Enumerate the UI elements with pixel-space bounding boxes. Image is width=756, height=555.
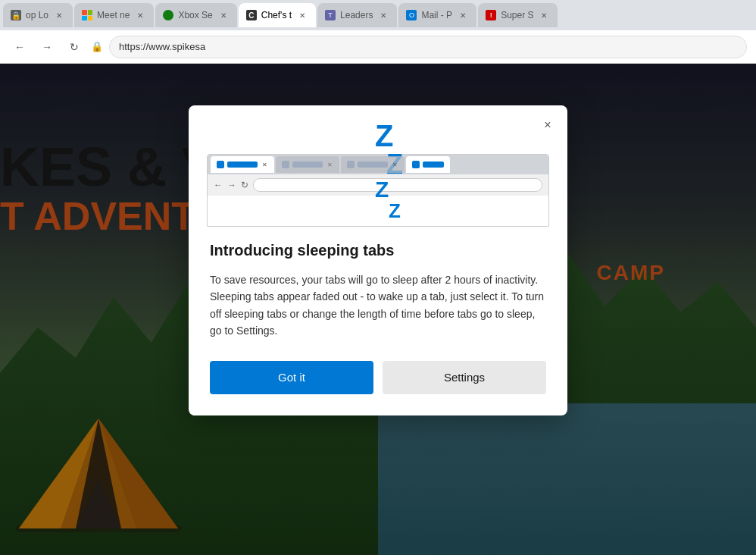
mini-forward-icon: →: [227, 180, 236, 190]
mini-tab-favicon-active: [217, 161, 224, 168]
tab-6-label: Mail - P: [421, 10, 452, 20]
tab-5[interactable]: T Leaders ✕: [317, 3, 397, 27]
dialog-body: Introducing sleeping tabs To save resour…: [189, 227, 567, 415]
tab-3-favicon: [163, 10, 173, 20]
tab-5-close[interactable]: ✕: [377, 9, 389, 21]
tab-1-label: op Lo: [26, 10, 48, 20]
dialog-title: Introducing sleeping tabs: [210, 242, 546, 259]
url-text: https://www.spikesa: [119, 41, 205, 52]
tab-6-favicon: O: [406, 10, 417, 20]
tab-bar: 🔒 op Lo ✕ Meet ne ✕ Xbox Se ✕ C Chef's t…: [0, 0, 756, 30]
tab-6[interactable]: O Mail - P ✕: [398, 3, 476, 27]
mini-tab-label-right: [423, 161, 444, 168]
tab-7-close[interactable]: ✕: [538, 9, 550, 21]
mini-tab-close-active: ✕: [261, 161, 268, 168]
mini-refresh-icon: ↻: [241, 180, 248, 190]
mini-tab-right: [406, 156, 450, 173]
sleeping-tabs-dialog: × Z Z Z Z ✕: [189, 105, 567, 415]
refresh-button[interactable]: ↻: [64, 36, 85, 58]
tab-5-label: Leaders: [340, 10, 373, 20]
mini-tab-faded-1: ✕: [276, 156, 339, 173]
tab-1-close[interactable]: ✕: [53, 9, 65, 21]
tab-4-close[interactable]: ✕: [296, 9, 308, 21]
tab-3-label: Xbox Se: [178, 10, 212, 20]
browser-chrome: 🔒 op Lo ✕ Meet ne ✕ Xbox Se ✕ C Chef's t…: [0, 0, 756, 555]
tab-5-favicon: T: [325, 10, 336, 20]
mini-tab-close-faded-2: ✕: [391, 161, 398, 168]
mini-tab-favicon-faded-1: [282, 161, 289, 168]
mini-tab-close-faded-1: ✕: [326, 161, 333, 168]
dialog-buttons: Got it Settings: [210, 361, 546, 394]
mini-tab-favicon-faded-2: [347, 161, 355, 168]
address-bar: ← → ↻ 🔒 https://www.spikesa: [0, 30, 756, 64]
tab-3[interactable]: Xbox Se ✕: [155, 3, 236, 27]
tab-2-label: Meet ne: [97, 10, 130, 20]
tab-7-label: Super S: [501, 10, 533, 20]
tab-2[interactable]: Meet ne ✕: [74, 3, 154, 27]
tab-1[interactable]: 🔒 op Lo ✕: [3, 3, 73, 27]
mini-tab-label-faded-2: [358, 161, 388, 168]
mini-tab-bar: ✕ ✕ ✕: [208, 155, 548, 174]
tab-3-close[interactable]: ✕: [217, 9, 230, 21]
mini-tab-faded-2: ✕: [341, 156, 405, 173]
lock-icon: 🔒: [91, 41, 103, 52]
tab-4-favicon: C: [246, 10, 257, 20]
tab-7-favicon: !: [486, 10, 496, 20]
tab-2-favicon: [82, 10, 92, 20]
tab-7[interactable]: ! Super S ✕: [478, 3, 558, 27]
mini-tab-active: ✕: [211, 156, 274, 173]
tab-2-close[interactable]: ✕: [134, 9, 146, 21]
forward-button[interactable]: →: [36, 36, 58, 58]
url-bar[interactable]: https://www.spikesa: [109, 36, 747, 58]
dialog-description: To save resources, your tabs will go to …: [210, 271, 546, 340]
z-letter-1: Z: [375, 121, 403, 151]
mini-tab-label-active: [227, 161, 258, 168]
tab-4[interactable]: C Chef's t ✕: [239, 3, 316, 27]
mini-back-icon: ←: [214, 180, 223, 190]
got-it-button[interactable]: Got it: [210, 361, 373, 394]
settings-button[interactable]: Settings: [383, 361, 546, 394]
dialog-close-button[interactable]: ×: [537, 114, 558, 136]
z-letter-4: Z: [389, 201, 403, 221]
back-button[interactable]: ←: [9, 36, 30, 58]
tab-4-label: Chef's t: [261, 10, 292, 20]
mini-tab-label-faded-1: [292, 161, 323, 168]
mini-tab-favicon-right: [412, 161, 420, 168]
tab-1-favicon: 🔒: [11, 10, 21, 20]
sleeping-tabs-illustration: Z Z Z Z ✕: [189, 105, 567, 227]
z-letter-3: Z: [375, 178, 403, 201]
tab-6-close[interactable]: ✕: [457, 9, 469, 21]
page-content: KES & VA T ADVENTURE CAMP × Z Z: [0, 64, 756, 555]
